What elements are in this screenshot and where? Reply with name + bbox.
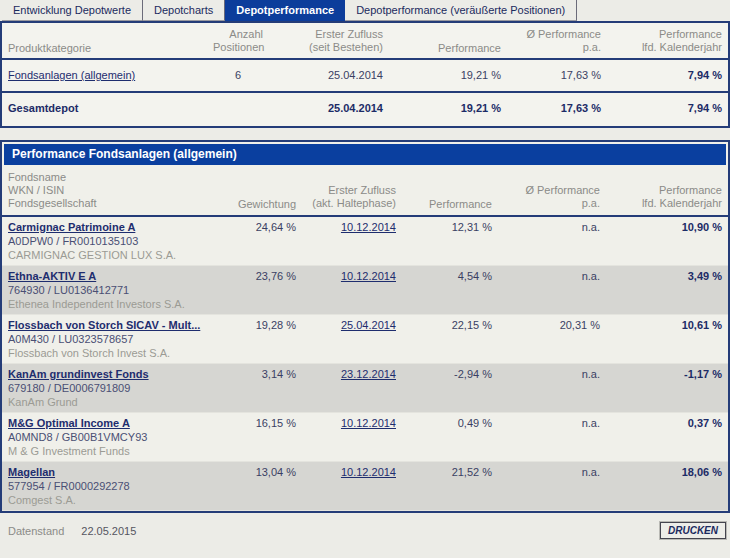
gewichtung-value: 13,04 % [220, 462, 302, 511]
avg-performance-value: n.a. [498, 364, 606, 413]
fund-row: Carmignac Patrimoine A A0DPW0 / FR001013… [2, 216, 728, 266]
fund-name-link[interactable]: Carmignac Patrimoine A [8, 221, 135, 233]
fund-company: Flossbach von Storch Invest S.A. [8, 346, 214, 360]
col-performance: Performance [389, 23, 507, 59]
fund-name-link[interactable]: KanAm grundinvest Fonds [8, 368, 149, 380]
performance-value: 0,49 % [402, 413, 498, 462]
fund-name-link[interactable]: Ethna-AKTIV E A [8, 270, 96, 282]
gewichtung-value: 23,76 % [220, 266, 302, 315]
col-gewichtung: Gewichtung [220, 167, 302, 216]
fund-wkn-isin: 679180 / DE0006791809 [8, 381, 214, 395]
avg-performance-value: n.a. [498, 462, 606, 511]
fondsanlagen-link[interactable]: Fondsanlagen (allgemein) [8, 69, 135, 81]
zufluss-date-link[interactable]: 10.12.2014 [341, 417, 396, 429]
performance-value: 19,21 % [389, 92, 507, 126]
fund-wkn-isin: A0MND8 / GB00B1VMCY93 [8, 430, 214, 444]
fund-row: KanAm grundinvest Fonds 679180 / DE00067… [2, 364, 728, 413]
fund-row: Flossbach von Storch SICAV - Mult... A0M… [2, 315, 728, 364]
fund-company: M & G Investment Funds [8, 444, 214, 458]
header-line: (seit Bestehen) [275, 41, 383, 54]
kalenderjahr-value: 0,37 % [606, 413, 728, 462]
header-line: lfd. Kalenderjahr [613, 41, 722, 54]
fund-company: KanAm Grund [8, 395, 214, 409]
header-line: Ø Performance [504, 184, 600, 197]
tab-depotcharts[interactable]: Depotcharts [143, 0, 225, 21]
header-line: Performance [612, 184, 722, 197]
kalenderjahr-value: 7,94 % [607, 59, 728, 92]
zufluss-date-link[interactable]: 10.12.2014 [341, 221, 396, 233]
col-performance-kalenderjahr: Performance lfd. Kalenderjahr [606, 167, 728, 216]
col-performance-kalenderjahr: Performance lfd. Kalenderjahr [607, 23, 728, 59]
fund-name-link[interactable]: Flossbach von Storch SICAV - Mult... [8, 319, 200, 331]
tab-depotperformance-veraeusserte[interactable]: Depotperformance (veräußerte Positionen) [345, 0, 577, 21]
performance-value: 22,15 % [402, 315, 498, 364]
header-line: (akt. Haltephase) [308, 197, 396, 210]
header-line: Performance [613, 28, 722, 41]
tab-depotperformance[interactable]: Depotperformance [225, 0, 345, 21]
gesamtdepot-label: Gesamtdepot [2, 92, 207, 126]
avg-performance-value: 17,63 % [507, 92, 607, 126]
detail-panel-title: Performance Fondsanlagen (allgemein) [4, 144, 726, 165]
header-line: Fondsname [8, 171, 214, 184]
print-button[interactable]: DRUCKEN [660, 522, 726, 539]
col-avg-performance: Ø Performance p.a. [498, 167, 606, 216]
anzahl-value: 6 [207, 59, 269, 92]
tab-bar: Entwicklung Depotwerte Depotcharts Depot… [0, 0, 730, 21]
summary-table: Produktkategorie Anzahl Positionen Erste… [2, 23, 728, 126]
fund-row: Ethna-AKTIV E A 764930 / LU0136412771 Et… [2, 266, 728, 315]
avg-performance-value: n.a. [498, 216, 606, 266]
kalenderjahr-value: -1,17 % [606, 364, 728, 413]
header-line: Positionen [213, 41, 263, 54]
col-fondsname: Fondsname WKN / ISIN Fondsgesellschaft [2, 167, 220, 216]
col-anzahl-positionen: Anzahl Positionen [207, 23, 269, 59]
performance-value: 12,31 % [402, 216, 498, 266]
fund-wkn-isin: A0DPW0 / FR0010135103 [8, 234, 214, 248]
kalenderjahr-value: 10,61 % [606, 315, 728, 364]
summary-header-row: Produktkategorie Anzahl Positionen Erste… [2, 23, 728, 59]
zufluss-date-link[interactable]: 10.12.2014 [341, 270, 396, 282]
header-line: WKN / ISIN [8, 184, 214, 197]
detail-header-row: Fondsname WKN / ISIN Fondsgesellschaft G… [2, 167, 728, 216]
col-erster-zufluss: Erster Zufluss (seit Bestehen) [269, 23, 389, 59]
detail-panel: Performance Fondsanlagen (allgemein) Fon… [0, 140, 730, 513]
fund-row: Magellan 577954 / FR0000292278 Comgest S… [2, 462, 728, 511]
datenstand-label: Datenstand [8, 525, 64, 537]
col-performance: Performance [402, 167, 498, 216]
zufluss-value: 25.04.2014 [269, 92, 389, 126]
fund-wkn-isin: A0M430 / LU0323578657 [8, 332, 214, 346]
summary-row-gesamtdepot: Gesamtdepot 25.04.2014 19,21 % 17,63 % 7… [2, 92, 728, 126]
fund-name-link[interactable]: M&G Optimal Income A [8, 417, 130, 429]
zufluss-date-link[interactable]: 10.12.2014 [341, 466, 396, 478]
anzahl-value [207, 92, 269, 126]
tab-entwicklung-depotwerte[interactable]: Entwicklung Depotwerte [2, 0, 143, 21]
datenstand-date: 22.05.2015 [81, 525, 136, 537]
kalenderjahr-value: 10,90 % [606, 216, 728, 266]
performance-value: -2,94 % [402, 364, 498, 413]
gewichtung-value: 24,64 % [220, 216, 302, 266]
kalenderjahr-value: 7,94 % [607, 92, 728, 126]
header-line: Erster Zufluss [308, 184, 396, 197]
kalenderjahr-value: 3,49 % [606, 266, 728, 315]
col-avg-performance: Ø Performance p.a. [507, 23, 607, 59]
summary-row-fondsanlagen: Fondsanlagen (allgemein) 6 25.04.2014 19… [2, 59, 728, 92]
header-line: Fondsgesellschaft [8, 197, 214, 210]
zufluss-date-link[interactable]: 25.04.2014 [341, 319, 396, 331]
fund-company: Ethenea Independent Investors S.A. [8, 297, 214, 311]
performance-value: 19,21 % [389, 59, 507, 92]
header-line: lfd. Kalenderjahr [612, 197, 722, 210]
col-produktkategorie: Produktkategorie [2, 23, 207, 59]
fund-name-link[interactable]: Magellan [8, 466, 55, 478]
footer: Datenstand 22.05.2015 DRUCKEN [0, 522, 730, 539]
fund-row: M&G Optimal Income A A0MND8 / GB00B1VMCY… [2, 413, 728, 462]
performance-value: 21,52 % [402, 462, 498, 511]
header-line: p.a. [513, 41, 601, 54]
avg-performance-value: 20,31 % [498, 315, 606, 364]
zufluss-value: 25.04.2014 [269, 59, 389, 92]
header-line: Ø Performance [513, 28, 601, 41]
performance-value: 4,54 % [402, 266, 498, 315]
gewichtung-value: 19,28 % [220, 315, 302, 364]
avg-performance-value: 17,63 % [507, 59, 607, 92]
zufluss-date-link[interactable]: 23.12.2014 [341, 368, 396, 380]
avg-performance-value: n.a. [498, 266, 606, 315]
detail-table: Fondsname WKN / ISIN Fondsgesellschaft G… [2, 167, 728, 511]
